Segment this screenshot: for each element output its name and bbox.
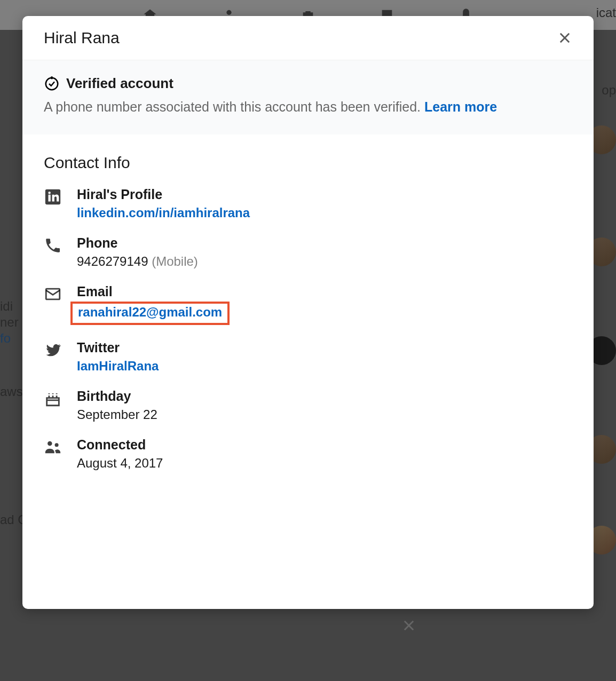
contact-info-section: Contact Info Hiral's Profile linkedin.co… xyxy=(22,134,594,496)
learn-more-link[interactable]: Learn more xyxy=(424,99,497,114)
contact-item-birthday: Birthday September 22 xyxy=(44,389,572,422)
contact-item-phone: Phone 9426279149 (Mobile) xyxy=(44,235,572,269)
contact-item-email: Email ranahiral22@gmail.com xyxy=(44,284,572,325)
verified-header: Verified account xyxy=(44,75,572,92)
phone-type: (Mobile) xyxy=(152,254,198,268)
email-highlight: ranahiral22@gmail.com xyxy=(70,302,230,325)
phone-number: 9426279149 xyxy=(77,254,148,268)
modal-header: Hiral Rana xyxy=(22,16,594,60)
contact-item-connected: Connected August 4, 2017 xyxy=(44,437,572,471)
verified-desc-text: A phone number associated with this acco… xyxy=(44,99,424,114)
email-link[interactable]: ranahiral22@gmail.com xyxy=(78,305,222,319)
twitter-label: Twitter xyxy=(77,340,572,355)
profile-label: Hiral's Profile xyxy=(77,187,572,202)
phone-icon xyxy=(44,236,62,255)
svg-point-4 xyxy=(55,443,59,447)
contact-item-twitter: Twitter IamHiralRana xyxy=(44,340,572,374)
birthday-label: Birthday xyxy=(77,389,572,404)
verified-description: A phone number associated with this acco… xyxy=(44,97,572,117)
twitter-icon xyxy=(44,341,62,359)
people-icon xyxy=(44,438,62,456)
cake-icon xyxy=(44,390,62,408)
svg-point-3 xyxy=(48,441,52,446)
verified-title: Verified account xyxy=(66,75,173,92)
profile-link[interactable]: linkedin.com/in/iamhiralrana xyxy=(77,205,572,220)
phone-value: 9426279149 (Mobile) xyxy=(77,254,572,269)
modal-title: Hiral Rana xyxy=(44,29,120,47)
linkedin-icon xyxy=(44,188,62,206)
connected-label: Connected xyxy=(77,437,572,453)
verified-icon xyxy=(44,76,60,92)
phone-label: Phone xyxy=(77,235,572,251)
verified-section: Verified account A phone number associat… xyxy=(22,60,594,134)
birthday-value: September 22 xyxy=(77,407,572,422)
contact-info-modal: Hiral Rana Verified account A phone numb… xyxy=(22,16,594,609)
twitter-link[interactable]: IamHiralRana xyxy=(77,359,572,374)
envelope-icon xyxy=(44,285,62,303)
close-icon[interactable] xyxy=(401,618,416,633)
connected-value: August 4, 2017 xyxy=(77,456,572,471)
section-title: Contact Info xyxy=(44,154,572,172)
email-label: Email xyxy=(77,284,572,299)
contact-item-profile: Hiral's Profile linkedin.com/in/iamhiral… xyxy=(44,187,572,220)
close-button[interactable] xyxy=(557,30,572,45)
svg-point-0 xyxy=(46,77,58,90)
